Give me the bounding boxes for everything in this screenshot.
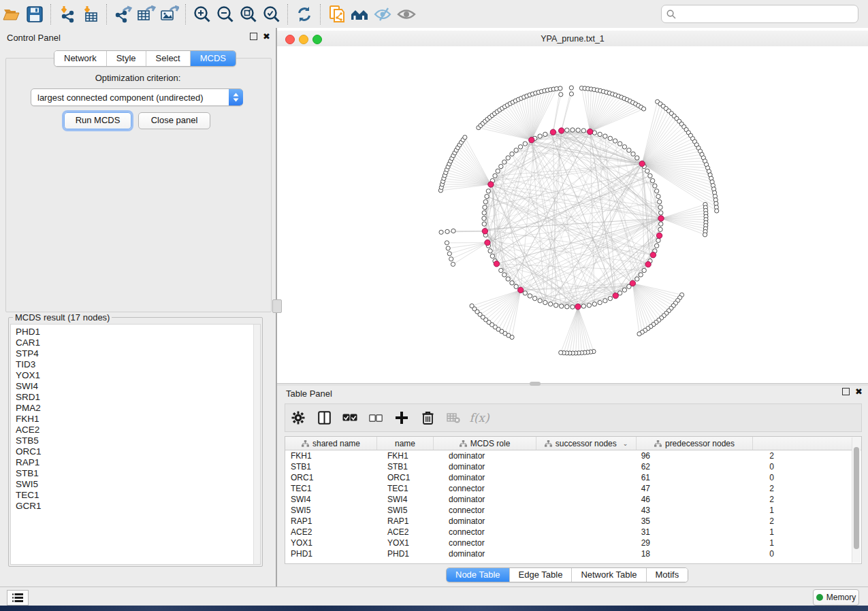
deselect-all-checkboxes-icon[interactable] [363, 407, 389, 429]
network-canvas[interactable] [277, 46, 868, 383]
table-row[interactable]: ACE2ACE2connector311 [285, 527, 861, 538]
control-panel-tabs: Network Style Select MCDS [54, 50, 236, 67]
mcds-result-item[interactable]: ORC1 [16, 446, 260, 457]
zoom-out-icon[interactable] [214, 4, 237, 24]
table-cell-shared-name: SWI5 [285, 505, 382, 516]
float-panel-icon[interactable] [842, 388, 850, 395]
table-row[interactable]: STB1STB1dominator620 [285, 461, 861, 472]
tab-network-table[interactable]: Network Table [572, 568, 646, 582]
table-cell-successor: 43 [551, 505, 658, 516]
mcds-result-item[interactable]: TEC1 [16, 490, 260, 501]
mcds-result-item[interactable]: PMA2 [16, 403, 260, 414]
zoom-in-icon[interactable] [191, 4, 214, 24]
duplicate-page-icon[interactable] [325, 4, 349, 24]
search-icon [666, 10, 676, 19]
search-box[interactable] [661, 5, 858, 23]
table-cell-mcds-role: dominator [443, 461, 551, 472]
mcds-result-item[interactable]: STP4 [16, 348, 260, 359]
network-graph[interactable] [277, 46, 868, 383]
table-row[interactable]: ORC1ORC1dominator610 [285, 472, 861, 483]
mcds-result-item[interactable]: PHD1 [16, 327, 260, 337]
close-panel-icon[interactable]: ✖ [855, 389, 863, 395]
tab-node-table[interactable]: Node Table [447, 568, 510, 582]
refresh-icon[interactable] [293, 4, 316, 24]
zoom-fit-icon[interactable] [237, 4, 260, 24]
export-table-icon[interactable] [135, 4, 158, 24]
mcds-result-item[interactable]: TID3 [16, 359, 260, 370]
mcds-result-item[interactable]: SWI4 [16, 381, 260, 392]
table-cell-predecessor: 2 [658, 516, 782, 527]
mcds-result-item[interactable]: STB1 [16, 468, 260, 479]
mcds-result-item[interactable]: SWI5 [16, 479, 260, 490]
table-cell-shared-name: SWI4 [285, 494, 382, 505]
mcds-result-item[interactable]: FKH1 [16, 414, 260, 425]
table-row[interactable]: FKH1FKH1dominator962 [285, 450, 861, 461]
tab-motifs[interactable]: Motifs [647, 568, 688, 582]
show-all-icon[interactable] [395, 4, 418, 24]
criterion-dropdown[interactable]: largest connected component (undirected) [31, 88, 243, 106]
divider-grip[interactable] [530, 382, 541, 386]
mcds-result-listbox[interactable]: PHD1CAR1STP4TID3YOX1SWI4SRD1PMA2FKH1ACE2… [10, 324, 261, 565]
column-header-successor-nodes[interactable]: successor nodes ⌄ [536, 437, 637, 450]
import-table-icon[interactable] [79, 4, 102, 24]
table-scrollbar-thumb[interactable] [854, 447, 859, 549]
float-panel-icon[interactable] [250, 33, 257, 40]
table-scrollbar[interactable] [852, 437, 861, 563]
table-cell-mcds-role: dominator [443, 516, 551, 527]
zoom-selected-icon[interactable] [260, 4, 283, 24]
column-header-mcds-role[interactable]: MCDS role [434, 437, 536, 450]
show-columns-icon[interactable] [311, 407, 337, 429]
table-row[interactable]: SWI4SWI4dominator462 [285, 494, 861, 505]
table-row[interactable]: TEC1TEC1connector472 [285, 483, 861, 494]
open-file-icon[interactable] [0, 4, 23, 24]
select-all-checkboxes-icon[interactable] [337, 407, 363, 429]
table-row[interactable]: RAP1RAP1dominator352 [285, 516, 861, 527]
column-header-predecessor-nodes[interactable]: predecessor nodes [637, 437, 753, 450]
hide-selected-icon[interactable] [372, 4, 395, 24]
mcds-result-item[interactable]: RAP1 [16, 457, 260, 468]
table-row[interactable]: YOX1YOX1connector291 [285, 538, 861, 548]
mcds-result-item[interactable]: SRD1 [16, 392, 260, 403]
tab-network[interactable]: Network [54, 51, 107, 66]
mcds-result-item[interactable]: YOX1 [16, 370, 260, 381]
tab-style[interactable]: Style [107, 51, 146, 66]
close-panel-button[interactable]: Close panel [138, 112, 210, 129]
mcds-result-item[interactable]: GCR1 [16, 501, 260, 512]
close-panel-icon[interactable]: ✖ [263, 33, 270, 40]
table-cell-name: STB1 [382, 461, 443, 472]
export-network-icon[interactable] [112, 4, 135, 24]
tab-mcds[interactable]: MCDS [191, 51, 236, 66]
task-history-button[interactable] [7, 590, 29, 606]
delete-column-icon[interactable] [415, 407, 440, 429]
column-header-shared-name[interactable]: shared name [285, 437, 377, 450]
mcds-list-scrollbar[interactable] [253, 325, 260, 564]
mcds-result-item[interactable]: CAR1 [16, 337, 260, 348]
column-header-name[interactable]: name [377, 437, 434, 450]
import-network-icon[interactable] [56, 4, 79, 24]
first-neighbors-icon[interactable] [349, 4, 372, 24]
column-namespace-icon [654, 440, 662, 447]
table-cell-predecessor: 2 [658, 483, 782, 494]
network-window-titlebar[interactable]: YPA_prune.txt_1 [277, 31, 868, 47]
tab-select[interactable]: Select [146, 51, 191, 66]
table-cell-shared-name: PHD1 [285, 548, 382, 559]
mcds-result-item[interactable]: STB5 [16, 435, 260, 446]
column-namespace-icon [460, 440, 467, 447]
memory-button[interactable]: Memory [813, 589, 859, 606]
control-panel: Control Panel ✖ Network Style Select MCD… [0, 28, 276, 587]
mcds-result-item[interactable]: ACE2 [16, 425, 260, 435]
export-image-icon[interactable] [158, 4, 181, 24]
table-row[interactable]: PHD1PHD1dominator180 [285, 548, 861, 559]
tab-edge-table[interactable]: Edge Table [510, 568, 573, 582]
table-cell-predecessor: 0 [658, 548, 782, 559]
divider-grip[interactable] [272, 299, 282, 313]
save-session-icon[interactable] [23, 4, 46, 24]
run-mcds-button[interactable]: Run MCDS [64, 112, 131, 129]
table-panel-title: Table Panel [286, 389, 332, 399]
table-cell-shared-name: ACE2 [285, 527, 382, 538]
add-column-icon[interactable] [389, 407, 415, 429]
table-settings-gear-icon[interactable] [285, 407, 311, 429]
search-input[interactable] [676, 7, 858, 21]
table-row[interactable]: SWI5SWI5connector431 [285, 505, 861, 516]
table-toolbar: f(x) [285, 403, 862, 432]
